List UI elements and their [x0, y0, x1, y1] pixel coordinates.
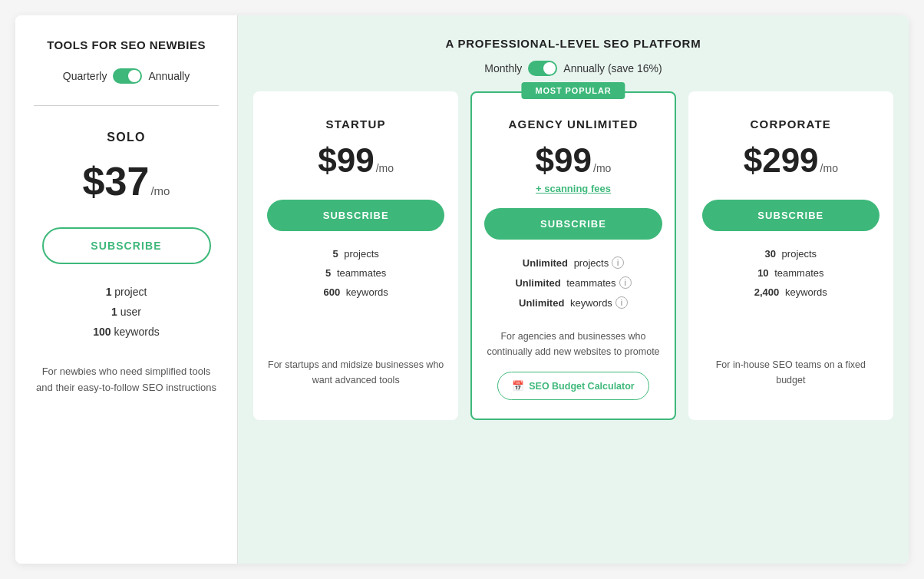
solo-plan-name: SOLO: [107, 131, 145, 144]
corporate-feature-teammates: 10 teammates: [702, 267, 879, 279]
solo-price-period: /mo: [150, 184, 170, 197]
solo-feature-list: 1 project 1 user 100 keywords: [34, 286, 219, 346]
startup-subscribe-button[interactable]: SUBSCRIBE: [267, 200, 444, 231]
right-toggle-switch[interactable]: [528, 61, 557, 76]
right-toggle-row: Monthly Annually (save 16%): [253, 61, 893, 76]
projects-info-icon[interactable]: i: [612, 256, 624, 269]
right-panel-title: A PROFESSIONAL-LEVEL SEO PLATFORM: [253, 37, 893, 50]
corporate-price-row: $299 /mo: [744, 141, 838, 180]
corporate-feature-projects: 30 projects: [702, 248, 879, 260]
solo-subscribe-button[interactable]: SUBSCRIBE: [42, 227, 211, 264]
pricing-container: TOOLS FOR SEO NEWBIES Quarterly Annually…: [15, 15, 909, 564]
left-divider: [34, 105, 219, 106]
solo-feature-keywords: 100 keywords: [34, 326, 219, 338]
corporate-price-period: /mo: [820, 162, 838, 174]
left-toggle-switch[interactable]: [113, 68, 142, 84]
popular-badge: MOST POPULAR: [521, 82, 625, 99]
corporate-plan-description: For in-house SEO teams on a fixed budget: [702, 357, 879, 388]
startup-plan-name: STARTUP: [326, 117, 386, 131]
solo-feature-projects: 1 project: [34, 286, 219, 298]
solo-feature-users: 1 user: [34, 306, 219, 318]
left-panel: TOOLS FOR SEO NEWBIES Quarterly Annually…: [15, 15, 238, 564]
corporate-price-amount: $299: [744, 141, 819, 180]
corporate-feature-list: 30 projects 10 teammates 2,400 keywords: [702, 248, 879, 306]
agency-feature-teammates: Unlimited teammates i: [484, 276, 662, 289]
startup-price-row: $99 /mo: [318, 141, 394, 180]
budget-calc-label: SEO Budget Calculator: [529, 381, 635, 392]
calculator-icon: 📅: [512, 380, 524, 392]
agency-unlimited-card: MOST POPULAR AGENCY UNLIMITED $99 /mo + …: [470, 91, 675, 420]
left-panel-title: TOOLS FOR SEO NEWBIES: [47, 38, 206, 51]
agency-price-amount: $99: [536, 141, 592, 180]
left-toggle-option2: Annually: [148, 70, 190, 82]
left-toggle-row: Quarterly Annually: [63, 68, 190, 84]
startup-price-amount: $99: [318, 141, 374, 180]
agency-feature-keywords: Unlimited keywords i: [484, 296, 662, 309]
agency-price-period: /mo: [593, 162, 611, 174]
corporate-card: CORPORATE $299 /mo SUBSCRIBE 30 projects…: [688, 91, 893, 420]
plan-cards-row: STARTUP $99 /mo SUBSCRIBE 5 projects 5 t…: [253, 91, 893, 420]
right-toggle-option1: Monthly: [484, 62, 522, 74]
startup-price-period: /mo: [376, 162, 394, 174]
startup-feature-teammates: 5 teammates: [267, 267, 444, 279]
startup-feature-list: 5 projects 5 teammates 600 keywords: [267, 248, 444, 306]
agency-plan-description: For agencies and businesses who continua…: [484, 329, 662, 359]
solo-price-amount: $37: [83, 158, 150, 204]
right-toggle-option2: Annually (save 16%): [563, 62, 662, 74]
teammates-info-icon[interactable]: i: [619, 276, 632, 289]
solo-plan-description: For newbies who need simplified tools an…: [34, 364, 219, 396]
left-toggle-option1: Quarterly: [63, 70, 107, 82]
agency-plan-name: AGENCY UNLIMITED: [509, 117, 639, 131]
agency-feature-list: Unlimited projects i Unlimited teammates…: [484, 256, 662, 316]
corporate-feature-keywords: 2,400 keywords: [702, 286, 879, 298]
corporate-subscribe-button[interactable]: SUBSCRIBE: [702, 200, 879, 231]
corporate-plan-name: CORPORATE: [751, 117, 832, 131]
agency-subscribe-button[interactable]: SUBSCRIBE: [484, 208, 662, 240]
agency-feature-projects: Unlimited projects i: [484, 256, 662, 269]
agency-price-row: $99 /mo: [536, 141, 612, 180]
right-panel: A PROFESSIONAL-LEVEL SEO PLATFORM Monthl…: [238, 15, 909, 564]
scanning-fees-link[interactable]: + scanning fees: [536, 183, 611, 194]
keywords-info-icon[interactable]: i: [615, 296, 628, 309]
startup-card: STARTUP $99 /mo SUBSCRIBE 5 projects 5 t…: [253, 91, 458, 420]
startup-feature-keywords: 600 keywords: [267, 286, 444, 298]
startup-feature-projects: 5 projects: [267, 248, 444, 260]
right-header: A PROFESSIONAL-LEVEL SEO PLATFORM Monthl…: [253, 37, 893, 76]
startup-plan-description: For startups and midsize businesses who …: [267, 357, 444, 388]
solo-price-row: $37 /mo: [83, 158, 170, 204]
seo-budget-calculator-button[interactable]: 📅 SEO Budget Calculator: [497, 372, 649, 400]
